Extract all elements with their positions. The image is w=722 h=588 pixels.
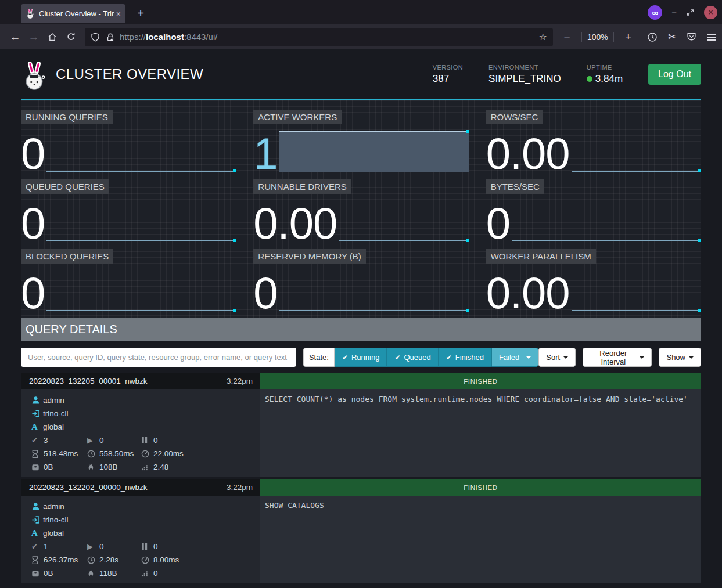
query-user: admin	[43, 502, 64, 511]
stat-value: 0.00	[253, 205, 339, 241]
running-splits: 0	[99, 542, 104, 551]
zoom-out-button[interactable]: −	[558, 28, 576, 46]
trino-bunny-logo	[21, 60, 48, 92]
sparkline-chart	[46, 131, 236, 172]
window-close-button[interactable]: ×	[704, 6, 717, 19]
query-row: 20220823_132205_00001_nwbzk 3:22pm FINIS…	[21, 373, 701, 477]
sparkline-chart	[512, 201, 701, 241]
queued-splits: 0	[153, 436, 158, 445]
resource-group-icon: A	[31, 528, 43, 538]
zoom-in-button[interactable]: +	[619, 28, 638, 46]
zoom-level[interactable]: 100%	[587, 33, 608, 42]
private-browsing-mask-icon: ∞	[648, 5, 662, 20]
sparkline-chart	[279, 270, 469, 311]
stat-label: RUNNABLE DRIVERS	[253, 179, 351, 194]
sort-dropdown[interactable]: Sort	[538, 348, 576, 367]
screenshot-scissors-icon[interactable]: ✂	[668, 31, 676, 43]
query-resource-group: global	[43, 529, 64, 538]
state-filter-running[interactable]: ✔ Running	[335, 348, 387, 367]
wall-time-hourglass-icon	[31, 556, 44, 564]
query-status-badge: FINISHED	[260, 479, 701, 496]
window-maximize-button[interactable]	[686, 8, 695, 17]
stat-label: ACTIVE WORKERS	[253, 110, 342, 124]
query-id-link[interactable]: 20220823_132205_00001_nwbzk	[29, 377, 147, 385]
source-icon	[31, 515, 43, 524]
version-block: VERSION 387	[433, 64, 463, 85]
cumulative-memory-icon	[141, 569, 153, 577]
peak-memory-fire-icon	[87, 463, 99, 471]
menu-hamburger-icon[interactable]	[707, 32, 716, 42]
stat-card-worker-parallelism: WORKER PARALLELISM 0.00	[486, 249, 701, 319]
chevron-down-icon	[563, 356, 568, 359]
query-id-link[interactable]: 20220823_132202_00000_nwbzk	[29, 483, 147, 492]
cpu-time-speedometer-icon	[141, 556, 153, 564]
connection-lock-icon[interactable]	[106, 33, 115, 42]
divider	[581, 32, 582, 42]
sparkline-dot	[466, 239, 469, 242]
uptime-value: 3.84m	[595, 73, 623, 85]
trino-favicon	[26, 9, 35, 19]
query-source: trino-cli	[43, 515, 69, 524]
peak-memory-fire-icon	[87, 569, 99, 578]
query-sql-text: SHOW CATALOGS	[260, 496, 701, 583]
query-source: trino-cli	[43, 409, 69, 418]
stat-value: 0.00	[486, 275, 572, 311]
history-clock-icon[interactable]	[647, 32, 658, 42]
stat-value: 0.00	[486, 136, 572, 172]
show-dropdown[interactable]: Show	[659, 348, 701, 367]
sparkline-dot	[233, 309, 236, 312]
state-filter-queued[interactable]: ✔ Queued	[387, 348, 438, 367]
cumulative-memory: 0	[153, 569, 158, 578]
completed-splits: 3	[44, 436, 48, 445]
environment-label: ENVIRONMENT	[488, 64, 561, 71]
cpu-time: 22.00ms	[153, 449, 184, 458]
total-time-clock-icon	[87, 450, 99, 458]
cumulative-memory: 2.48	[153, 463, 168, 471]
logout-button[interactable]: Log Out	[648, 64, 701, 85]
query-details-title: QUERY DETAILS	[26, 323, 117, 336]
cpu-time: 8.00ms	[153, 555, 179, 564]
pocket-icon[interactable]	[687, 32, 696, 42]
state-filter-finished[interactable]: ✔ Finished	[439, 348, 491, 367]
window-minimize-button[interactable]: −	[671, 8, 677, 17]
query-sql-text: SELECT COUNT(*) as nodes FROM system.run…	[260, 389, 701, 477]
stat-value: 0	[21, 205, 46, 241]
reorder-interval-dropdown[interactable]: Reorder Interval	[583, 348, 652, 367]
completed-splits: 1	[44, 542, 48, 551]
query-stats-panel: admin trino-cli A global ✔3 ▶0 0 518.48m…	[21, 389, 260, 477]
sparkline-chart	[279, 131, 469, 172]
source-icon	[31, 409, 43, 418]
stat-label: RUNNING QUERIES	[21, 110, 113, 124]
query-stats-panel: admin trino-cli A global ✔1 ▶0 0 626.37m…	[21, 496, 260, 583]
stat-card-reserved-memory: RESERVED MEMORY (B) 0	[253, 249, 468, 319]
check-icon: ✔	[446, 353, 452, 362]
tab-close-icon[interactable]: ×	[116, 9, 121, 19]
stat-card-active-workers: ACTIVE WORKERS 1	[253, 110, 468, 179]
check-icon: ✔	[394, 353, 400, 362]
sparkline-dot	[233, 239, 236, 242]
wall-time: 626.37ms	[44, 555, 78, 564]
query-header: 20220823_132205_00001_nwbzk 3:22pm	[21, 373, 260, 389]
stat-label: RESERVED MEMORY (B)	[253, 249, 366, 264]
home-button[interactable]	[43, 28, 62, 46]
query-search-input[interactable]	[21, 348, 296, 367]
user-icon	[31, 396, 43, 405]
back-button[interactable]: ←	[6, 28, 24, 46]
url-bar[interactable]: https://localhost:8443/ui/ ☆	[85, 28, 553, 46]
browser-titlebar: Cluster Overview - Trino × + ∞ − ×	[0, 0, 722, 24]
query-time: 3:22pm	[227, 483, 253, 492]
state-filter-failed-dropdown[interactable]: Failed	[491, 348, 538, 367]
query-status-badge: FINISHED	[260, 373, 701, 389]
bookmark-star-icon[interactable]: ☆	[539, 31, 547, 42]
stat-label: QUEUED QUERIES	[21, 179, 109, 194]
query-time: 3:22pm	[227, 377, 253, 385]
completed-splits-icon: ✔	[31, 436, 44, 445]
current-memory: 0B	[44, 569, 53, 578]
new-tab-button[interactable]: +	[132, 5, 149, 21]
tracking-protection-shield-icon[interactable]	[91, 33, 100, 42]
stat-card-queued-queries: QUEUED QUERIES 0	[21, 179, 236, 249]
sparkline-chart	[46, 270, 236, 311]
stat-value: 0	[486, 205, 512, 241]
browser-tab[interactable]: Cluster Overview - Trino ×	[21, 4, 125, 23]
reload-button[interactable]	[62, 28, 80, 46]
